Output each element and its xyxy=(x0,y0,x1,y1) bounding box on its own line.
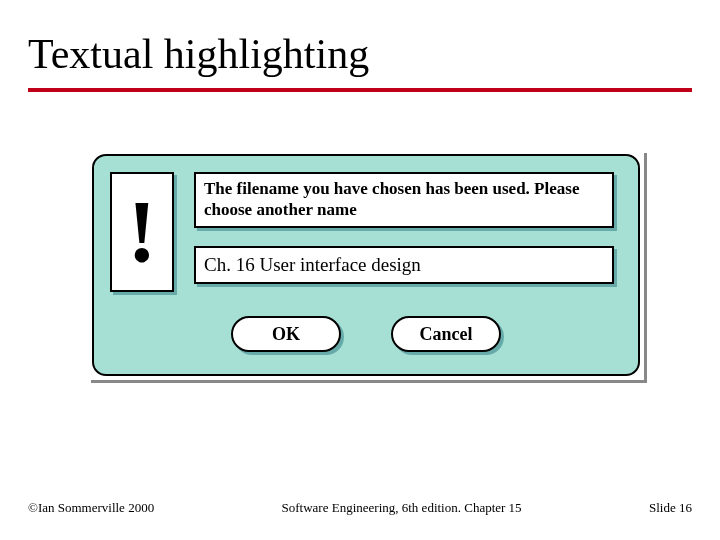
filename-field[interactable]: Ch. 16 User interface design xyxy=(194,246,614,284)
slide: Textual highlighting ! The filename you … xyxy=(0,0,720,540)
cancel-button[interactable]: Cancel xyxy=(391,316,501,352)
dialog-button-row: OK Cancel xyxy=(94,316,638,352)
dialog-shadow-frame: ! The filename you have chosen has been … xyxy=(88,150,644,380)
footer-book-ref: Software Engineering, 6th edition. Chapt… xyxy=(282,500,522,516)
footer-slide-number: Slide 16 xyxy=(649,500,692,516)
page-title: Textual highlighting xyxy=(28,30,369,78)
ok-button[interactable]: OK xyxy=(231,316,341,352)
alert-icon-box: ! xyxy=(110,172,174,292)
dialog-message: The filename you have chosen has been us… xyxy=(194,172,614,228)
slide-footer: ©Ian Sommerville 2000 Software Engineeri… xyxy=(28,500,692,516)
title-underline xyxy=(28,88,692,92)
exclamation-icon: ! xyxy=(127,188,156,276)
footer-copyright: ©Ian Sommerville 2000 xyxy=(28,500,154,516)
dialog-panel: ! The filename you have chosen has been … xyxy=(92,154,640,376)
